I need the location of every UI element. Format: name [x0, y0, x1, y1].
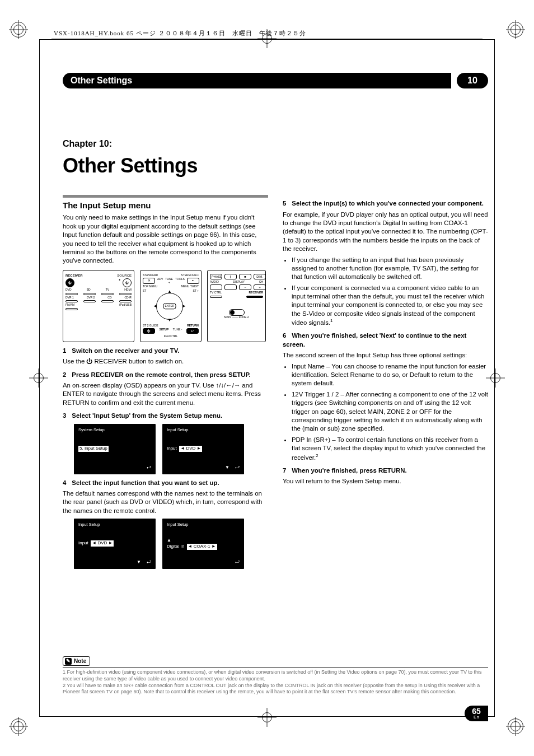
- registration-mark-tr: [506, 20, 525, 39]
- step6-item3: PDP In (SR+) – To control certain functi…: [292, 436, 488, 462]
- note-1: 1 For high-definition video (using compo…: [63, 669, 488, 682]
- crosshair-bottom: [257, 708, 277, 727]
- registration-mark-bl: [9, 717, 28, 736]
- step6-body: The second screen of the Input Setup has…: [283, 351, 488, 360]
- chapter-title: Other Settings: [63, 152, 488, 180]
- registration-mark-br: [506, 717, 525, 736]
- step5-bullet2: If your component is connected via a com…: [292, 284, 488, 328]
- page-number-badge: 65 En: [465, 706, 488, 721]
- note-2: 2 You will have to make an SR+ cable con…: [63, 683, 488, 696]
- step6-head: When you're finished, select 'Next' to c…: [283, 332, 466, 347]
- section-title: The Input Setup menu: [63, 200, 268, 211]
- step4-body: The default names correspond with the na…: [63, 489, 268, 515]
- step1-body: Use the ⏻ RECEIVER button to switch on.: [63, 357, 268, 366]
- step5-bullet1: If you change the setting to an input th…: [292, 256, 488, 282]
- step4-head: Select the input function that you want …: [72, 479, 219, 486]
- step3-head: Select 'Input Setup' from the System Set…: [72, 412, 222, 419]
- remote-diagram: RECEIVERSOURCE ⏻●⏻ DVDBDTVHDMI DVR 1DVR …: [63, 270, 268, 342]
- step6-item2: 12V Trigger 1 / 2 – After connecting a c…: [292, 390, 488, 433]
- crosshair-left: [29, 368, 48, 388]
- chapter-label: Chapter 10:: [63, 138, 488, 150]
- crosshair-right: [486, 368, 505, 388]
- note-icon: ✎: [65, 658, 72, 665]
- intro-paragraph: You only need to make settings in the In…: [63, 213, 268, 265]
- section-header: Other Settings: [63, 73, 451, 88]
- osd-screens-1: System Setup 5. Input Setup ⮐ Input Setu…: [74, 424, 268, 474]
- step2-body: An on-screen display (OSD) appears on yo…: [63, 381, 268, 407]
- step7-head: When you're finished, press RETURN.: [292, 467, 406, 474]
- note-heading: ✎ Note: [63, 656, 90, 666]
- step6-item1: Input Name – You can choose to rename th…: [292, 362, 488, 388]
- step1-head: Switch on the receiver and your TV.: [72, 347, 179, 354]
- chapter-number-badge: 10: [457, 73, 488, 88]
- registration-mark-tl: [9, 20, 28, 39]
- step5-body: For example, if your DVD player only has…: [283, 211, 488, 254]
- step7-body: You will return to the System Setup menu…: [283, 477, 488, 486]
- section-accent: [63, 195, 268, 198]
- step2-head: Press RECEIVER on the remote control, th…: [72, 371, 250, 378]
- book-header: VSX-1018AH_HY.book 65 ページ ２００８年４月１６日 水曜日…: [54, 29, 306, 38]
- zone-switch-icon: [229, 309, 245, 316]
- osd-screens-2: Input Setup Input ◄ DVD ► ▼⮐ Input Setup…: [74, 519, 268, 569]
- step5-head: Select the input(s) to which you've conn…: [292, 200, 484, 207]
- header-rule: [51, 39, 483, 39]
